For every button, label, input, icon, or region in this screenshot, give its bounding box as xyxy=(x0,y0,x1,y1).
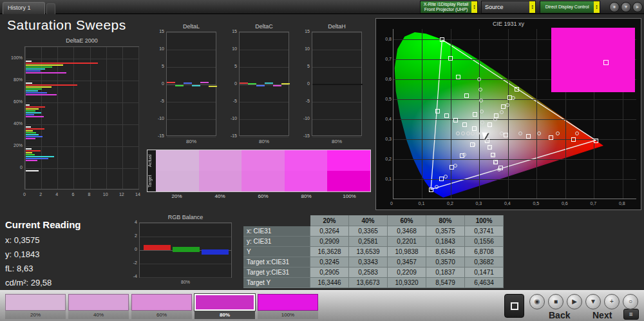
delta-line-segment xyxy=(209,86,217,87)
deltae-bar xyxy=(26,66,52,68)
comparator-column xyxy=(199,150,242,191)
rgb-bar xyxy=(144,245,171,250)
target-color-cell xyxy=(199,171,242,191)
measured-point-green xyxy=(464,93,469,98)
y-tick-label: 60% xyxy=(5,99,23,104)
tab-label: History 1 xyxy=(8,5,31,11)
next-button[interactable]: Next xyxy=(592,310,612,320)
measured-point-red xyxy=(549,135,553,140)
y-tick-label: 0 xyxy=(222,81,237,86)
deltae-bar xyxy=(26,160,37,161)
value-cell: 0,3741 xyxy=(465,226,504,237)
meter-select[interactable]: X-Rite i1Display Retail Front Projector … xyxy=(420,1,478,14)
deltae-bar xyxy=(26,128,44,130)
comparator-column xyxy=(156,150,199,191)
tab-history-1[interactable]: History 1 xyxy=(3,2,45,14)
source-select[interactable]: Source ▲▼ xyxy=(481,1,536,14)
sat-swatch-40%[interactable]: 40% xyxy=(68,294,129,319)
y-tick-label: 5 xyxy=(222,64,237,68)
y-tick-label: -15 xyxy=(222,133,237,138)
sat-swatch-60%[interactable]: 60% xyxy=(131,294,192,319)
value-cell: 0,2201 xyxy=(388,237,426,247)
back-button[interactable]: Back xyxy=(549,310,570,320)
x-axis-label: 80% xyxy=(166,139,216,144)
sat-swatch-80%[interactable]: 80% xyxy=(194,294,255,319)
target-point-red xyxy=(518,131,522,135)
delta-line-segment xyxy=(337,84,346,85)
capture-button[interactable]: ◉ xyxy=(529,294,545,309)
measured-point-yellow xyxy=(515,87,519,92)
tools-button[interactable]: + xyxy=(604,294,620,309)
display-control-label: Direct Display Control xyxy=(540,5,594,10)
header-cell: 60% xyxy=(388,215,426,226)
power-button[interactable]: ○ xyxy=(623,294,638,309)
measured-point-blue xyxy=(450,165,454,170)
row-label-cell: Target Y xyxy=(243,278,310,288)
y-tick-label: 4 xyxy=(128,220,137,224)
y-tick-label: 80% xyxy=(5,77,23,82)
deltae-bar xyxy=(26,138,35,139)
settings-button[interactable]: ● xyxy=(609,2,620,12)
deltae-bar xyxy=(26,86,52,88)
y-tick-label: -4 xyxy=(128,274,137,278)
x-tick-label: 12 xyxy=(118,192,126,197)
origin-label: 0 xyxy=(386,201,393,206)
target-point-green xyxy=(480,110,484,113)
save-button[interactable]: ▼ xyxy=(585,294,601,309)
deltae-bar xyxy=(26,154,35,155)
value-cell: 0,2583 xyxy=(349,268,388,278)
y-tick-label: -10 xyxy=(222,116,237,121)
gridline xyxy=(167,50,216,50)
delta-line-segment xyxy=(256,85,265,86)
help-button[interactable]: ▸ xyxy=(632,2,643,12)
layout-mode-button[interactable]: ▾ xyxy=(621,2,631,12)
chart-title: CIE 1931 xy xyxy=(376,21,641,27)
measured-point-red xyxy=(594,139,598,143)
play-button[interactable]: ▶ xyxy=(567,294,582,309)
sat-swatch-20%[interactable]: 20% xyxy=(5,294,66,319)
menu-button[interactable]: ≡ xyxy=(623,309,639,320)
value-cell: 6,8708 xyxy=(465,247,504,257)
cie-1931-chart: CIE 1931 xy xyxy=(375,18,641,210)
table-row: Y16,362813,653910,98388,63466,8708 xyxy=(243,247,504,257)
spinner-arrows-icon[interactable]: ▲▼ xyxy=(529,1,535,13)
y-tick-label: 40% xyxy=(5,121,23,126)
y-tick-label: 0,8 xyxy=(377,37,392,41)
window-layout-button[interactable] xyxy=(504,294,524,318)
measured-point-cyan xyxy=(435,109,440,113)
plot-area xyxy=(312,32,362,136)
y-tick-label: 0 xyxy=(5,165,23,170)
deltae-bar xyxy=(26,116,44,117)
y-tick-label: 0,6 xyxy=(377,77,392,81)
delta-chart-deltal: DeltaL151050-5-10-1580% xyxy=(149,23,218,150)
deltae-bar xyxy=(26,110,35,112)
x-tick-label: 0,4 xyxy=(502,201,513,206)
gridline xyxy=(479,29,480,199)
table-row: y: CIE310,29090,25810,22010,18430,1556 xyxy=(243,237,504,247)
y-tick-label: 15 xyxy=(149,29,164,34)
gridline xyxy=(57,47,58,189)
comparator-pct-label: 60% xyxy=(242,193,285,199)
target-color-cell xyxy=(242,171,285,191)
chart-title: DeltaL xyxy=(166,23,216,30)
spinner-arrows-icon[interactable]: ▲▼ xyxy=(594,1,600,13)
deltae-2000-chart: DeltaE 2000 02468101214100%80%60%40%20%0 xyxy=(5,37,142,199)
new-tab-button[interactable] xyxy=(46,3,55,14)
stop-button[interactable]: ■ xyxy=(548,294,564,309)
deltae-bar xyxy=(26,90,38,92)
value-cell: 0,2909 xyxy=(310,237,349,247)
x-tick-label: 2 xyxy=(37,192,44,197)
value-cell: 0,2209 xyxy=(388,268,426,278)
row-label-cell: x: CIE31 xyxy=(243,226,310,237)
spinner-arrows-icon[interactable]: ▲▼ xyxy=(471,1,477,13)
swatch-label: 60% xyxy=(131,311,192,319)
display-control-select[interactable]: Direct Display Control ▲▼ xyxy=(540,1,600,14)
sat-swatch-100%[interactable]: 100% xyxy=(258,294,318,319)
reading-fl: fL: 8,63 xyxy=(5,264,121,273)
x-tick-label: 4 xyxy=(53,192,61,197)
y-tick-label: 0,5 xyxy=(377,97,392,101)
value-cell: 16,3446 xyxy=(310,278,349,288)
gridline xyxy=(508,29,509,199)
gridline xyxy=(167,119,216,120)
comparator-column xyxy=(285,150,328,191)
